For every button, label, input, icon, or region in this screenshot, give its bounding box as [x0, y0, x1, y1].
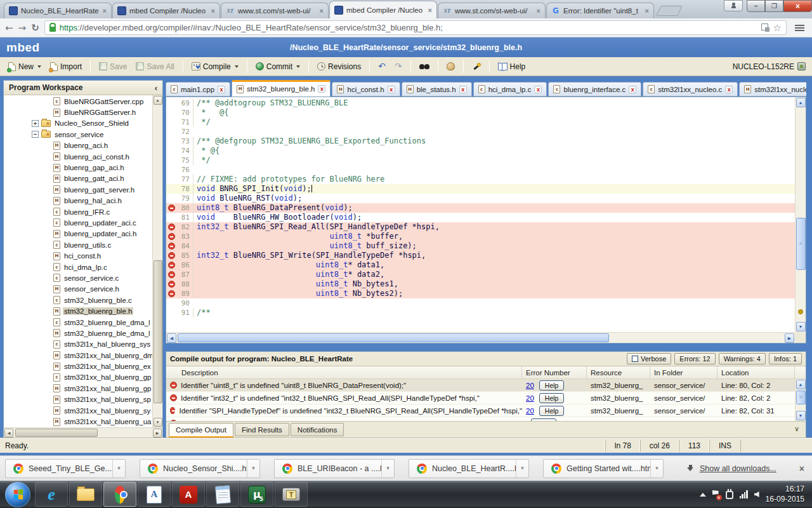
code-line[interactable]: 77// FIXME: add prototypes for BlueNRG h… [166, 175, 795, 184]
tab-close-icon[interactable]: × [537, 7, 540, 15]
tab-close-icon[interactable]: x [459, 86, 467, 93]
tab-close-icon[interactable]: x [388, 86, 395, 93]
editor-vertical-scrollbar[interactable]: ▲ ▼ [795, 97, 806, 332]
tab-close-icon[interactable]: × [103, 7, 107, 15]
address-bar[interactable]: https://developer.mbed.org/compiler/#nav… [44, 20, 787, 35]
code-line[interactable]: 83 uint8_t *buffer, [166, 232, 795, 241]
editor-tab[interactable]: Hstm32l1xx_nucleo_bluenrg.hx [739, 82, 806, 97]
browser-tab[interactable]: GError: Identifier "uint8_t× [546, 3, 654, 18]
download-item[interactable]: Nucleo_Sensor_Shi....html▼ [140, 459, 260, 478]
tree-item[interactable]: Hbluenrg_updater_aci.h [4, 229, 152, 239]
compile-error-row[interactable]: Identifier "SPI_HandleTypeDef" is undefi… [166, 404, 795, 417]
tree-item[interactable]: chci_dma_lp.c [4, 262, 152, 272]
show-all-downloads-link[interactable]: Show all downloads... [700, 464, 776, 473]
profile-button[interactable] [724, 0, 743, 11]
code-line[interactable]: 82int32_t BlueNRG_SPI_Read_All(SPI_Handl… [166, 222, 795, 232]
code-line[interactable]: 69/** @addtogroup STM32_BLUENRG_BLE [166, 98, 795, 108]
editor-horizontal-scrollbar[interactable]: ◀ ▶ [166, 332, 795, 343]
windows-explorer[interactable] [69, 482, 102, 507]
forward-icon[interactable]: → [18, 22, 27, 34]
panel-tab-notifications[interactable]: Notifications [291, 423, 344, 436]
bookmark-star-icon[interactable]: ☆ [773, 22, 782, 34]
error-number-link[interactable]: 20 [526, 407, 534, 415]
tree-item[interactable]: Hsensor_service.h [4, 284, 152, 295]
infos-filter-button[interactable]: Infos: 1 [769, 353, 802, 364]
tab-close-icon[interactable]: x [629, 86, 636, 93]
tab-close-icon[interactable]: × [211, 7, 215, 15]
volume-icon[interactable] [754, 491, 759, 497]
tree-item[interactable]: Hhci_const.h [4, 250, 152, 261]
editor-tab[interactable]: cmain1.cppx [166, 82, 230, 97]
compile-button[interactable]: Compile [188, 60, 242, 73]
column-location[interactable]: Location [717, 366, 795, 378]
maximize-button[interactable]: ❐ [765, 0, 783, 12]
tree-item[interactable]: −sensor_service [4, 129, 152, 140]
browser-tab[interactable]: Nucleo_BLE_HeartRate× [4, 3, 112, 18]
download-dropdown-icon[interactable]: ▼ [112, 460, 125, 478]
minimize-button[interactable]: – [747, 0, 765, 12]
tree-item[interactable]: cbluenrg_utils.c [4, 239, 152, 250]
download-item[interactable]: BLE_URIBeacon - a ....html▼ [274, 459, 395, 478]
tab-close-icon[interactable]: x [318, 85, 325, 93]
code-line[interactable]: 89 uint8_t Nb_bytes2); [166, 289, 795, 298]
tab-close-icon[interactable]: × [428, 6, 432, 14]
network-signal-icon[interactable] [740, 490, 748, 498]
verbose-toggle[interactable]: Verbose [627, 353, 671, 364]
start-button[interactable] [5, 482, 30, 507]
editor-tab[interactable]: Hhci_const.hx [332, 82, 400, 97]
tree-item[interactable]: Hbluenrg_gap_aci.h [4, 162, 152, 173]
download-item-main[interactable]: Seeed_Tiny_BLE_Ge....html [6, 460, 112, 478]
scroll-left-icon[interactable]: ◀ [167, 333, 176, 343]
help-button[interactable]: Help [539, 393, 565, 403]
error-number-link[interactable]: 20 [526, 382, 534, 389]
download-item[interactable]: Getting Started wit....html▼ [543, 459, 664, 478]
code-line[interactable]: 87 uint8_t* data2, [166, 270, 795, 279]
format-button[interactable] [443, 60, 458, 72]
browser-tab[interactable]: mbed Compiler /Nucleo× [112, 3, 220, 18]
teraterm[interactable]: T [275, 482, 308, 507]
code-line[interactable]: 76 [166, 165, 795, 175]
tree-item[interactable]: Hbluenrg_gatt_server.h [4, 184, 152, 195]
tree-item[interactable]: cstm32_bluenrg_ble_dma_l [4, 317, 152, 328]
close-button[interactable]: × [783, 0, 812, 12]
hidden-icons-arrow[interactable] [700, 493, 706, 497]
tree-item[interactable]: Hstm32l1xx_hal_bluenrg_gp [4, 383, 152, 394]
new-tab-button[interactable] [656, 6, 682, 16]
scroll-up-icon[interactable]: ▲ [154, 96, 162, 105]
code-line[interactable]: 70 * @{ [166, 108, 795, 117]
tree-item[interactable]: Hbluenrg_gatt_aci.h [4, 173, 152, 184]
download-dropdown-icon[interactable]: ▼ [381, 460, 394, 478]
download-item[interactable]: Nucleo_BLE_HeartR....html▼ [409, 459, 529, 478]
help-button[interactable]: Help [539, 406, 565, 416]
back-icon[interactable]: ← [5, 22, 13, 34]
help-button[interactable]: Help [495, 60, 529, 73]
new-button[interactable]: New [5, 60, 44, 73]
scrollbar-thumb[interactable] [796, 391, 806, 404]
commit-button[interactable]: Commit [252, 60, 303, 73]
tree-item[interactable]: +Nucleo_Sensor_Shield [4, 118, 152, 129]
code-line[interactable]: 88 uint8_t Nb_bytes1, [166, 279, 795, 289]
show-all-downloads[interactable]: Show all downloads... [687, 464, 776, 473]
scroll-right-icon[interactable]: ▶ [785, 333, 794, 343]
import-button[interactable]: Import [47, 60, 85, 73]
code-line[interactable]: 79void BlueNRG_RST(void); [166, 194, 795, 203]
clock[interactable]: 16:17 16-09-2015 [766, 485, 804, 504]
tree-item[interactable]: Hstm32l1xx_hal_bluenrg_sp [4, 394, 152, 405]
download-dropdown-icon[interactable]: ▼ [247, 460, 259, 478]
download-item[interactable]: Seeed_Tiny_BLE_Ge....html▼ [5, 459, 126, 478]
google-chrome[interactable] [103, 482, 136, 507]
column-resource[interactable]: Resource [587, 366, 650, 378]
tree-item[interactable]: Hstm32_bluenrg_ble.h [4, 305, 152, 316]
code-line[interactable]: 90 [166, 298, 795, 308]
tree-item[interactable]: cstm32l1x_hal_bluenrg_sys [4, 339, 152, 350]
tab-close-icon[interactable]: × [645, 7, 649, 15]
editor-tab[interactable]: cbluenrg_interface.cx [548, 82, 641, 97]
find-button[interactable] [416, 61, 433, 72]
errors-filter-button[interactable]: Errors: 12 [674, 353, 715, 364]
keil-uvision5[interactable]: μ [240, 482, 273, 507]
column-error-number[interactable]: Error Number [522, 366, 587, 378]
download-item-main[interactable]: BLE_URIBeacon - a ....html [275, 460, 381, 478]
padlock-icon[interactable] [49, 27, 56, 32]
editor-tab[interactable]: chci_dma_lp.cx [473, 82, 547, 97]
editor-tab[interactable]: Hble_status.hx [402, 82, 472, 97]
